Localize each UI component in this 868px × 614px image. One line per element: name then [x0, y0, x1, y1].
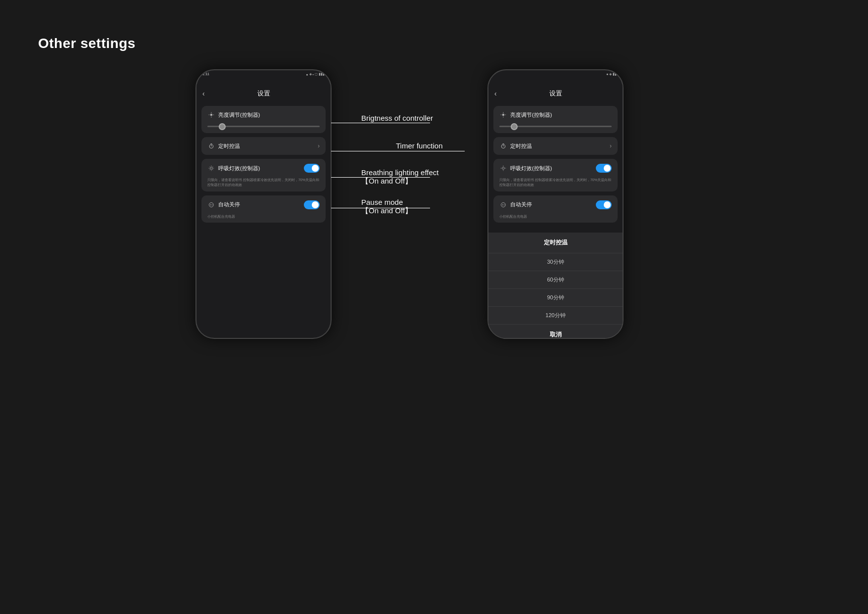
slider-container-left[interactable] [201, 124, 326, 133]
timer-cancel[interactable]: 取消 [488, 325, 623, 338]
back-button-left[interactable]: ‹ [202, 90, 205, 97]
slider-thumb-left[interactable] [219, 123, 226, 130]
brightness-annotation-text: Brigtness of controller [361, 114, 433, 122]
screen-title-right: 设置 [549, 89, 562, 98]
svg-point-0 [210, 114, 213, 116]
back-button-right[interactable]: ‹ [494, 90, 497, 97]
settings-section-left: 亮度调节(控制器) [196, 103, 331, 230]
pause-row-right: 自动关停 [493, 195, 618, 214]
page-title: Other settings [38, 36, 136, 51]
slider-track-right[interactable] [499, 126, 612, 127]
breathing-card-right: 呼吸灯效(控制器) 只限向，请查看说明书 控制器喷雾冷效优先说明，关闭时，70%… [493, 159, 618, 191]
pause-toggle-knob-right [604, 201, 611, 208]
brightness-row-left: 亮度调节(控制器) [201, 106, 326, 124]
pause-toggle-knob-left [312, 201, 319, 208]
breathing-annotation-text: Breathing lighting effect【On and Off】 [361, 168, 439, 186]
timer-row-right[interactable]: 定时控温 › [493, 137, 618, 155]
status-icons-left: ● ◈ ▪ ◻ ▮▮▮ [306, 72, 325, 76]
svg-point-19 [501, 202, 506, 207]
breathing-annotation-line [331, 177, 430, 178]
screen-title-left: 设置 [257, 89, 270, 98]
breathing-toggle-left[interactable] [304, 164, 320, 173]
phone-right: ● ◈ ▮▮ ‹ 设置 [487, 69, 624, 339]
breathing-label-right: 呼吸灯效(控制器) [510, 165, 552, 172]
status-icons-right: ● ◈ ▮▮ [606, 72, 617, 76]
timer-option-30[interactable]: 30分钟 [488, 253, 623, 271]
brightness-annotation-line [331, 123, 430, 123]
pause-toggle-left[interactable] [304, 200, 320, 209]
timer-row-left[interactable]: 定时控温 › [201, 137, 326, 155]
timer-option-60[interactable]: 60分钟 [488, 271, 623, 289]
timer-menu-header: 定时控温 [488, 233, 623, 253]
brightness-label-left: 亮度调节(控制器) [218, 111, 260, 119]
timer-chevron-left: › [318, 142, 320, 149]
breathing-sub-left: 只限向，请查看说明书 控制器喷雾冷效优先说明，关闭时，70%关温向和控制器打开后… [201, 178, 326, 191]
breathing-toggle-knob-right [604, 165, 611, 172]
timer-annotation-text: Timer function [396, 142, 442, 150]
svg-point-8 [210, 167, 213, 170]
svg-point-18 [502, 167, 505, 170]
phone-screen-left: ‹ 设置 [196, 84, 331, 338]
breathing-icon-left [207, 164, 215, 172]
pause-card-right: 自动关停 小控机配合充电器 [493, 195, 618, 223]
breathing-sub-right: 只限向，请查看说明书 控制器喷雾冷效优先说明，关闭时，70%关温向和控制器打开后… [493, 178, 618, 191]
pause-label-left: 自动关停 [218, 201, 240, 208]
timer-label-right: 定时控温 [510, 142, 532, 150]
slider-thumb-right[interactable] [511, 123, 518, 130]
timer-label-left: 定时控温 [218, 142, 240, 150]
phone-left: 1:11 ● ◈ ▪ ◻ ▮▮▮ ‹ 设置 [195, 69, 332, 339]
pause-card-left: 自动关停 小控机配合充电器 [201, 195, 326, 223]
pause-annotation-line [331, 208, 430, 208]
timer-annotation-line [331, 151, 465, 151]
brightness-icon-right [499, 111, 507, 119]
svg-point-9 [209, 202, 214, 207]
pause-icon-right [499, 201, 507, 209]
pause-label-right: 自动关停 [510, 201, 532, 208]
pause-icon-left [207, 201, 215, 209]
screen-header-left: ‹ 设置 [196, 84, 331, 103]
timer-card-right[interactable]: 定时控温 › [493, 137, 618, 155]
timer-chevron-right: › [610, 142, 612, 149]
timer-icon-left [207, 142, 215, 150]
breathing-icon-right [499, 164, 507, 172]
timer-icon-right [499, 142, 507, 150]
brightness-card-left: 亮度调节(控制器) [201, 106, 326, 133]
breathing-card-left: 呼吸灯效(控制器) 只限向，请查看说明书 控制器喷雾冷效优先说明，关闭时，70%… [201, 159, 326, 191]
slider-track-left[interactable] [207, 126, 320, 127]
pause-toggle-right[interactable] [596, 200, 612, 209]
status-bar-right: ● ◈ ▮▮ [488, 70, 623, 84]
status-time-left: 1:11 [202, 72, 209, 76]
slider-container-right[interactable] [493, 124, 618, 133]
breathing-label-left: 呼吸灯效(控制器) [218, 165, 260, 172]
breathing-row-left: 呼吸灯效(控制器) [201, 159, 326, 178]
screen-header-right: ‹ 设置 [488, 84, 623, 103]
phone-frame-right: ● ◈ ▮▮ ‹ 设置 [487, 69, 624, 339]
pause-annotation-text: Pause mode【On and Off】 [361, 198, 412, 216]
pause-row-left: 自动关停 [201, 195, 326, 214]
breathing-row-right: 呼吸灯效(控制器) [493, 159, 618, 178]
brightness-row-right: 亮度调节(控制器) [493, 106, 618, 124]
timer-option-120[interactable]: 120分钟 [488, 307, 623, 325]
brightness-icon-left [207, 111, 215, 119]
breathing-toggle-right[interactable] [596, 164, 612, 173]
phone-frame-left: 1:11 ● ◈ ▪ ◻ ▮▮▮ ‹ 设置 [195, 69, 332, 339]
settings-section-right: 亮度调节(控制器) [488, 103, 623, 230]
status-bar-left: 1:11 ● ◈ ▪ ◻ ▮▮▮ [196, 70, 331, 84]
timer-option-90[interactable]: 90分钟 [488, 289, 623, 307]
pause-sub-left: 小控机配合充电器 [201, 214, 326, 223]
brightness-card-right: 亮度调节(控制器) [493, 106, 618, 133]
pause-sub-right: 小控机配合充电器 [493, 214, 618, 223]
breathing-toggle-knob-left [312, 165, 319, 172]
timer-menu-right: 定时控温 30分钟 60分钟 90分钟 120分钟 取消 [488, 233, 623, 338]
brightness-label-right: 亮度调节(控制器) [510, 111, 552, 119]
phone-screen-right: ‹ 设置 [488, 84, 623, 338]
svg-point-10 [502, 114, 505, 116]
timer-card-left[interactable]: 定时控温 › [201, 137, 326, 155]
